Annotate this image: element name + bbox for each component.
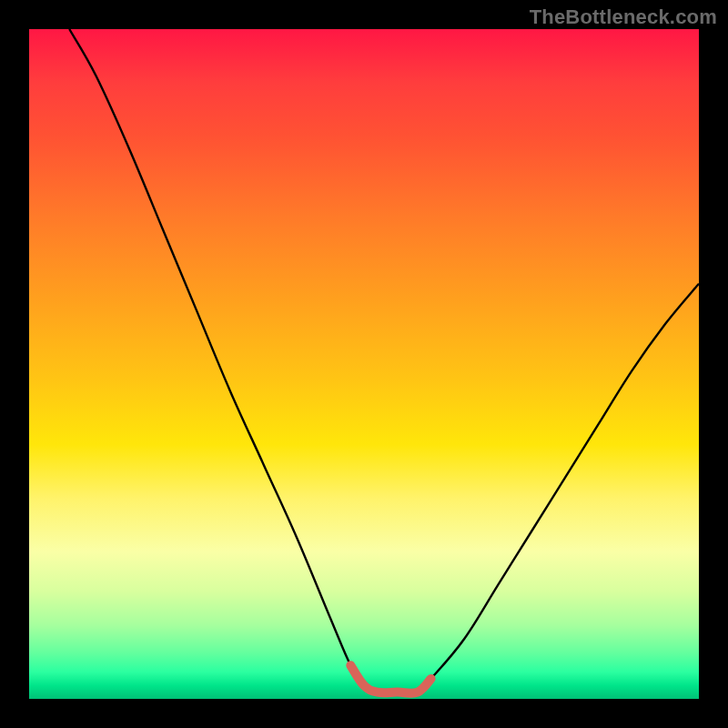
optimal-band-path bbox=[350, 665, 430, 693]
bottleneck-curve-path bbox=[69, 29, 699, 693]
watermark-text: TheBottleneck.com bbox=[530, 5, 717, 29]
chart-svg bbox=[29, 29, 699, 699]
plot-area bbox=[29, 29, 699, 699]
chart-frame: TheBottleneck.com bbox=[0, 0, 728, 728]
